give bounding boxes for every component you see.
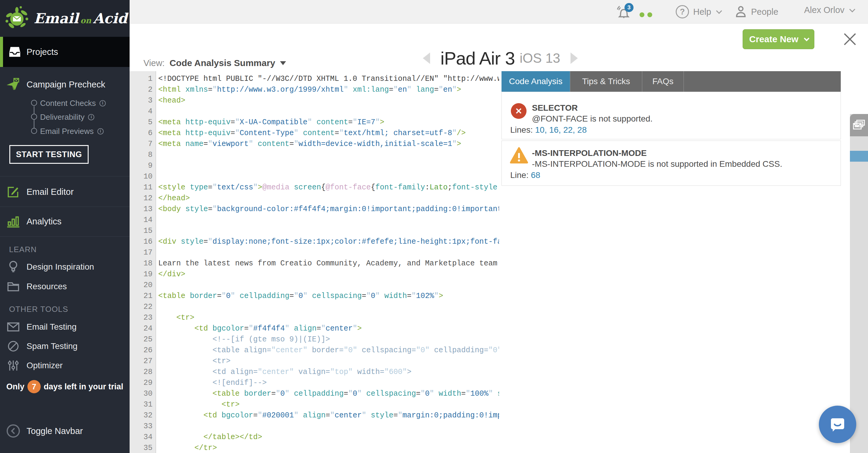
view-selector[interactable]: View: Code Analysis Summary: [144, 58, 286, 68]
sidebar-subitem-label: Deliverability: [40, 113, 84, 122]
email-previews-tab-button[interactable]: [850, 114, 868, 136]
sidebar-item-email-previews[interactable]: Email Previews: [0, 124, 130, 138]
sidebar-subitem-label: Email Previews: [40, 127, 94, 136]
code-viewer[interactable]: 1234567891011121314151617181920212223242…: [130, 71, 499, 453]
chat-launcher-button[interactable]: [819, 406, 856, 443]
sidebar-item-spam-testing[interactable]: Spam Testing: [0, 340, 130, 353]
chevron-down-icon: [716, 8, 722, 14]
projects-inbox-icon: [3, 46, 27, 58]
view-value[interactable]: Code Analysis Summary: [169, 58, 275, 68]
tab-tips-tricks[interactable]: Tips & Tricks: [570, 71, 642, 92]
code-line: <html xmlns="http://www.w3.org/1999/xhtm…: [158, 84, 499, 95]
people-menu[interactable]: People: [735, 5, 778, 19]
error-icon: [511, 103, 527, 119]
panel-tabbar: Code Analysis Tips & Tricks FAQs: [501, 71, 841, 92]
sidebar-item-design-inspiration[interactable]: Design Inspiration: [0, 260, 130, 274]
code-line: <td bgcolor="#f4f4f4" align="center">: [158, 323, 499, 334]
divider: [0, 206, 130, 207]
sidebar-item-deliverability[interactable]: Deliverability: [0, 110, 130, 124]
sidebar-item-label: Design Inspiration: [27, 262, 94, 272]
code-line: <!--[if (gte mso 9)|(IE)]>: [158, 334, 499, 345]
line-number: 27: [130, 356, 156, 367]
line-number: 22: [130, 302, 156, 312]
user-menu[interactable]: Alex Orlov: [804, 5, 854, 15]
code-line: [158, 226, 499, 236]
trial-suffix: days left in your trial: [44, 382, 123, 392]
code-line: <table border="0" cellpadding="0" cellsp…: [158, 389, 499, 399]
notifications-button[interactable]: 3: [616, 5, 630, 19]
issue-line-links[interactable]: 68: [531, 170, 540, 180]
tab-code-analysis[interactable]: Code Analysis: [501, 71, 570, 92]
chat-smile-icon: [828, 415, 847, 434]
previous-device-arrow[interactable]: [423, 53, 430, 64]
sidebar-item-email-editor[interactable]: Email Editor: [0, 183, 130, 201]
code-line: </div>: [158, 269, 499, 280]
sidebar-item-content-checks[interactable]: Content Checks: [0, 96, 130, 110]
view-label: View:: [144, 58, 164, 68]
line-number: 11: [130, 182, 156, 193]
line-number: 9: [130, 161, 156, 171]
toggle-navbar-button[interactable]: Toggle Navbar: [0, 423, 130, 439]
tab-faqs[interactable]: FAQs: [642, 71, 684, 92]
line-number: 4: [130, 106, 156, 117]
step-circle-icon: [31, 128, 37, 134]
scrollbar-thumb[interactable]: [850, 151, 868, 162]
help-menu[interactable]: Help: [676, 5, 720, 19]
code-line: <table align="center" border="0" cellspa…: [158, 345, 499, 356]
issue-lines-label: Line:: [510, 170, 529, 180]
issue-title: -MS-INTERPOLATION-MODE: [532, 148, 647, 158]
chevron-left-circle-icon: [0, 424, 27, 438]
line-number: 19: [130, 269, 156, 280]
info-icon[interactable]: [99, 100, 106, 107]
code-line: <td bgcolor="#020001" align="center" sty…: [158, 410, 499, 421]
warning-icon: [510, 147, 528, 165]
sidebar-item-optimizer[interactable]: Optimizer: [0, 359, 130, 372]
trial-prefix: Only: [6, 382, 24, 392]
caret-down-icon[interactable]: [280, 61, 286, 65]
info-icon[interactable]: [97, 128, 104, 135]
code-line: Learn the latest news from Creatio Commu…: [158, 258, 499, 269]
sidebar-item-label: Email Testing: [27, 322, 76, 332]
sidebar-item-label: Email Editor: [27, 187, 73, 197]
issue-lines-label: Lines:: [510, 125, 533, 135]
brand-logo[interactable]: EmailonAcid: [0, 0, 130, 37]
sidebar-item-resources[interactable]: Resources: [0, 280, 130, 293]
code-line: [158, 302, 499, 312]
start-testing-button[interactable]: START TESTING: [9, 145, 89, 164]
line-number: 16: [130, 236, 156, 247]
line-number: 15: [130, 226, 156, 236]
create-new-label: Create New: [749, 34, 798, 44]
code-line: [158, 280, 499, 291]
code-line: <style type="text/css">@media screen{@fo…: [158, 182, 499, 193]
info-icon[interactable]: [88, 114, 94, 120]
issue-line-links[interactable]: 10, 16, 22, 28: [535, 125, 587, 135]
notification-count-badge: 3: [624, 3, 633, 12]
line-number: 18: [130, 258, 156, 269]
code-line: <div style="display:none;font-size:1px;c…: [158, 236, 499, 247]
code-line: [158, 421, 499, 432]
sidebar-item-campaign-precheck[interactable]: Campaign Precheck: [0, 76, 130, 93]
sidebar-item-label: Optimizer: [27, 361, 63, 370]
line-number: 20: [130, 280, 156, 291]
sidebar-item-label: Resources: [27, 282, 67, 291]
line-number: 23: [130, 312, 156, 323]
question-circle-icon: [676, 5, 689, 19]
close-icon[interactable]: [843, 32, 857, 46]
other-tools-section-label: OTHER TOOLS: [9, 305, 68, 314]
splat-logo-icon: [3, 4, 31, 32]
learn-section-label: LEARN: [9, 245, 37, 254]
sidebar-item-analytics[interactable]: Analytics: [0, 212, 130, 230]
code-line: <![endif]-->: [158, 377, 499, 389]
line-number: 7: [130, 139, 156, 149]
code-line: [158, 171, 499, 182]
preview-scroll-strip[interactable]: [850, 114, 868, 453]
next-device-arrow[interactable]: [570, 53, 578, 64]
code-line: <meta name="viewport" content="width=dev…: [158, 139, 499, 149]
sidebar-item-projects[interactable]: Projects: [0, 37, 130, 67]
line-number: 10: [130, 171, 156, 182]
create-new-button[interactable]: Create New: [743, 29, 814, 49]
issue-lines: Lines: 10, 16, 22, 28: [510, 125, 587, 135]
sidebar-item-email-testing[interactable]: Email Testing: [0, 320, 130, 334]
app-window: EmailonAcid Projects Campaign: [0, 0, 868, 453]
code-line: [158, 215, 499, 226]
